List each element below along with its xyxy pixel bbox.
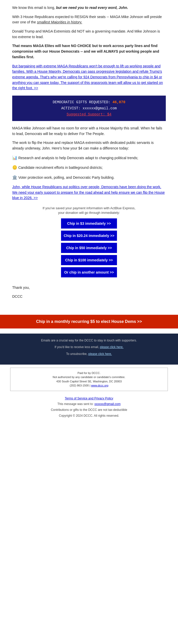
donate-btn-other[interactable]: Or chip in another amount >>: [61, 267, 117, 277]
footer-line-3: To unsubscribe, please click here.: [10, 352, 168, 356]
para-5-link[interactable]: But bargaining with extreme MAGA Republi…: [12, 64, 166, 91]
bullet-icon-3: 🏛️: [12, 175, 17, 179]
bullet-1: 📊 Research and analysis to help Democrat…: [12, 155, 166, 161]
para-8-link[interactable]: John, while House Republicans put politi…: [12, 184, 166, 201]
donate-btn-2024[interactable]: Chip in $20.24 immediately >>: [61, 231, 117, 241]
email-body: We know this email is long, but we need …: [0, 0, 178, 334]
para-1: We know this email is long, but we need …: [12, 5, 166, 11]
monthly-donate-btn[interactable]: Chip in a monthly recurring $5 to elect …: [0, 315, 178, 328]
footer-line-1: Emails are a crucial way for the DCCC to…: [10, 338, 168, 343]
footer-legal: Paid for by DCCC. Not authorized by any …: [10, 368, 168, 391]
donate-btn-50[interactable]: Chip in $50 immediately >>: [61, 243, 117, 253]
bullet-icon-2: 🪙: [12, 165, 17, 170]
bullet-3: 🏛️ Voter protection work, polling, and D…: [12, 174, 166, 181]
copyright: Copyright © 2024 DCCC. All rights reserv…: [10, 413, 168, 419]
para-7: The work to flip the House and replace M…: [12, 140, 166, 151]
bullet-icon-1: 📊: [12, 156, 17, 160]
para-2: With 3 House Republicans expected to RES…: [12, 14, 166, 25]
thank-you: Thank you,: [12, 285, 166, 291]
donate-btn-3[interactable]: Chip in $3 immediately >>: [61, 218, 117, 229]
footer-top: Emails are a crucial way for the DCCC to…: [0, 334, 178, 365]
sent-to-email-link[interactable]: xxxxxx@gmail.com: [94, 402, 121, 406]
footer-bottom: Terms of Service and Privacy Policy This…: [0, 394, 178, 424]
main-link-1[interactable]: But bargaining with extreme MAGA Republi…: [12, 64, 163, 90]
signature: DCCC: [12, 294, 166, 299]
unsubscribe-link[interactable]: please click here.: [88, 352, 112, 356]
terms-link[interactable]: Terms of Service and Privacy Policy: [65, 397, 113, 400]
para-6: MAGA Mike Johnson will have no room for …: [12, 126, 166, 137]
donate-btn-100[interactable]: Chip in $100 immediately >>: [61, 255, 117, 265]
bullet-2: 🪙 Candidate recruitment efforts in battl…: [12, 164, 166, 171]
info-box-activist: ACTIVIST: xxxxxx@gmail.com: [17, 106, 161, 110]
dccc-website-link[interactable]: www.dccc.org: [91, 384, 108, 387]
suggested-support-link[interactable]: Suggested Support: $4: [67, 112, 111, 116]
info-box-gifts: DEMOCRATIC GIFTS REQUESTED: 46,070: [17, 100, 161, 104]
footer-line-2: If you'd like to receive less email, ple…: [10, 345, 168, 350]
donation-intro: If you've saved your payment information…: [12, 206, 166, 215]
para-3: Donald Trump and MAGA Extremists did NOT…: [12, 29, 166, 40]
donation-section: If you've saved your payment information…: [12, 206, 166, 277]
info-box-suggested: Suggested Support: $4: [17, 112, 161, 116]
less-email-link[interactable]: please click here.: [100, 345, 124, 349]
tax-note: Contributions or gifts to the DCCC are n…: [10, 407, 168, 413]
para-4: That means MAGA Elites will have NO CHOI…: [12, 43, 166, 60]
main-link-2[interactable]: John, while House Republicans put politi…: [12, 185, 165, 200]
info-box: DEMOCRATIC GIFTS REQUESTED: 46,070 ACTIV…: [12, 96, 166, 121]
